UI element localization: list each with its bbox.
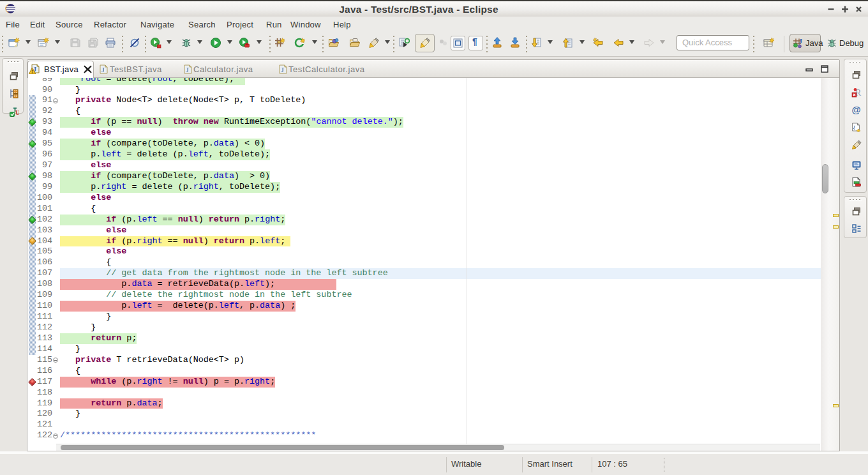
svg-text:J: J bbox=[101, 66, 105, 73]
svg-text:J: J bbox=[799, 38, 803, 45]
svg-text:J: J bbox=[186, 66, 189, 73]
svg-text:J: J bbox=[281, 66, 284, 73]
svg-text:U: U bbox=[15, 109, 19, 116]
